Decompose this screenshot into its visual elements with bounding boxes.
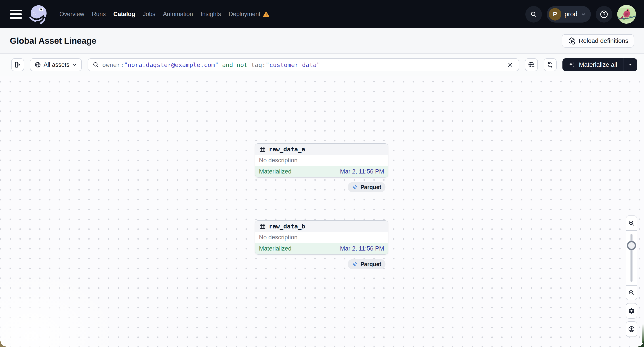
query-segment-value: "nora.dagster@example.com"	[124, 61, 218, 68]
refresh-button[interactable]	[544, 58, 557, 71]
asset-materialization-timestamp[interactable]: Mar 2, 11:56 PM	[340, 168, 384, 175]
table-icon	[259, 146, 266, 153]
nav-item-label: Runs	[92, 11, 106, 18]
wallpaper-corner-right	[638, 341, 644, 347]
cardinal-bird-avatar-image	[617, 5, 636, 24]
materialize-dropdown-button[interactable]	[624, 58, 637, 71]
help-icon	[600, 10, 608, 19]
asset-node-card[interactable]: raw_data_a No description Materialized M…	[255, 143, 388, 178]
query-segment-value: "customer_data"	[266, 61, 320, 68]
nav-item-automation[interactable]: Automation	[163, 11, 193, 18]
query-segment-key: tag:	[251, 61, 266, 68]
nav-item-insights[interactable]: Insights	[201, 11, 221, 18]
dagster-logo[interactable]	[28, 4, 49, 25]
refresh-icon	[546, 61, 554, 68]
nav-item-label: Jobs	[143, 11, 155, 18]
materialize-all-label: Materialize all	[579, 61, 617, 68]
download-circle-icon	[628, 326, 635, 333]
compute-kind-tag[interactable]: Parquet	[348, 259, 386, 269]
deployment-switcher[interactable]: P prod	[547, 6, 591, 22]
nav-item-label: Insights	[201, 11, 221, 18]
caret-down-icon	[628, 62, 633, 67]
chevron-down-icon	[72, 62, 77, 67]
asset-scope-label: All assets	[44, 61, 70, 68]
wallpaper-corner-left	[0, 341, 6, 347]
nav-item-jobs[interactable]: Jobs	[143, 11, 155, 18]
zoom-slider	[626, 231, 637, 285]
deployment-name: prod	[564, 10, 578, 18]
warning-icon	[262, 11, 270, 18]
zoom-out-button[interactable]	[626, 285, 637, 300]
nav-item-label: Deployment	[228, 11, 260, 18]
panel-right-icon	[14, 61, 21, 68]
globe-plus-icon	[528, 61, 535, 68]
query-segment-key: owner:	[102, 61, 124, 68]
clear-icon	[507, 62, 513, 68]
search-icon	[530, 11, 537, 18]
asset-name: raw_data_a	[269, 146, 305, 153]
asset-node[interactable]: raw_data_a No description Materialized M…	[255, 143, 388, 192]
asset-status-row: Materialized Mar 2, 11:56 PM	[255, 166, 388, 177]
wallpaper-edge-right	[642, 322, 644, 343]
globe-icon	[34, 61, 41, 68]
asset-description: No description	[259, 234, 298, 241]
parquet-icon	[352, 261, 358, 267]
reload-definitions-label: Reload definitions	[578, 37, 628, 44]
asset-tag-row: Parquet	[255, 259, 388, 269]
zoom-in-button[interactable]	[626, 216, 637, 231]
chevron-down-icon	[580, 11, 586, 17]
nav-right-cluster: P prod	[525, 5, 636, 24]
clear-query-button[interactable]	[506, 61, 514, 69]
reload-definitions-button[interactable]: Reload definitions	[562, 34, 634, 47]
asset-materialization-timestamp[interactable]: Mar 2, 11:56 PM	[340, 245, 384, 252]
lineage-canvas[interactable]: raw_data_a No description Materialized M…	[0, 77, 644, 347]
query-segment-op: and not	[218, 61, 251, 68]
asset-status-badge: Materialized	[259, 168, 292, 175]
asset-name: raw_data_b	[269, 223, 305, 230]
user-avatar[interactable]	[617, 5, 636, 24]
nav-item-catalog[interactable]: Catalog	[113, 11, 135, 18]
asset-node[interactable]: raw_data_b No description Materialized M…	[255, 220, 388, 269]
compute-kind-tag[interactable]: Parquet	[348, 182, 386, 192]
deployment-initial-badge: P	[549, 8, 561, 20]
asset-status-badge: Materialized	[259, 245, 292, 252]
zoom-out-icon	[628, 289, 635, 296]
compute-kind-label: Parquet	[360, 184, 381, 190]
lineage-view-controls	[626, 216, 637, 337]
asset-scope-dropdown[interactable]: All assets	[30, 58, 82, 71]
lineage-toolbar: All assets owner:"nora.dagster@example.c…	[0, 54, 644, 76]
nav-item-deployment[interactable]: Deployment	[228, 11, 270, 18]
asset-node-header: raw_data_b	[255, 221, 388, 232]
asset-node-card[interactable]: raw_data_b No description Materialized M…	[255, 220, 388, 255]
sparkles-icon	[568, 61, 576, 68]
page-title: Global Asset Lineage	[10, 36, 96, 46]
box-reload-icon	[568, 37, 576, 45]
nav-item-label: Overview	[60, 11, 84, 18]
zoom-slider-handle[interactable]	[627, 241, 636, 250]
magnifier-icon	[92, 61, 99, 68]
top-nav-bar: OverviewRunsCatalogJobsAutomationInsight…	[0, 0, 644, 28]
hamburger-icon[interactable]	[10, 10, 22, 19]
parquet-icon	[352, 184, 358, 190]
compute-kind-label: Parquet	[360, 261, 381, 268]
open-left-panel-button[interactable]	[11, 58, 24, 71]
asset-tag-row: Parquet	[255, 182, 388, 192]
primary-nav: OverviewRunsCatalogJobsAutomationInsight…	[60, 11, 270, 18]
globe-new-tab-button[interactable]	[525, 58, 538, 71]
asset-status-row: Materialized Mar 2, 11:56 PM	[255, 243, 388, 254]
nav-item-overview[interactable]: Overview	[60, 11, 84, 18]
page-header: Global Asset Lineage Reload definitions	[0, 28, 644, 54]
asset-description-row: No description	[255, 155, 388, 166]
asset-filter-input[interactable]: owner:"nora.dagster@example.com" and not…	[88, 58, 519, 71]
download-image-button[interactable]	[626, 321, 637, 337]
asset-description-row: No description	[255, 232, 388, 243]
nav-item-runs[interactable]: Runs	[92, 11, 106, 18]
graph-settings-button[interactable]	[626, 303, 637, 319]
zoom-in-icon	[628, 220, 635, 226]
asset-node-header: raw_data_a	[255, 144, 388, 155]
table-icon	[259, 223, 266, 230]
asset-description: No description	[259, 157, 298, 164]
search-button[interactable]	[525, 6, 542, 22]
help-button[interactable]	[596, 6, 612, 22]
materialize-all-button[interactable]: Materialize all	[562, 58, 623, 71]
